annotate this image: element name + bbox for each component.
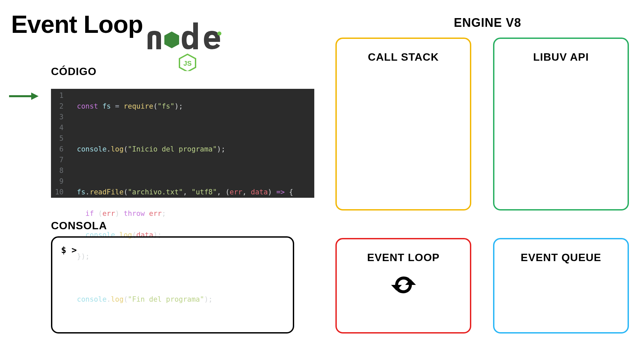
line-number: 8	[53, 165, 65, 176]
engine-v8-label: ENGINE V8	[454, 16, 521, 30]
refresh-icon	[388, 273, 419, 297]
line-number: 7	[53, 155, 65, 165]
console-prompt: $ >	[61, 245, 77, 255]
line-number: 10	[53, 187, 65, 197]
code-gutter: 1 2 3 4 5 6 7 8 9 10	[51, 89, 69, 198]
code-line: const fs = require("fs");	[77, 101, 293, 112]
line-number: 3	[53, 112, 65, 122]
event-queue-panel: EVENT QUEUE	[493, 238, 629, 334]
libuv-api-title: LIBUV API	[494, 51, 628, 63]
page-title: Event Loop	[11, 10, 143, 39]
code-line: console.log("Inicio del programa");	[77, 144, 293, 155]
line-number: 6	[53, 144, 65, 155]
nodejs-logo-icon: JS	[144, 17, 235, 71]
call-stack-panel: CALL STACK	[335, 38, 471, 210]
libuv-api-panel: LIBUV API	[493, 38, 629, 210]
call-stack-title: CALL STACK	[337, 51, 470, 63]
line-number: 4	[53, 122, 65, 133]
svg-text:JS: JS	[183, 60, 192, 67]
code-line: if (err) throw err;	[77, 208, 293, 219]
execution-arrow-icon	[8, 91, 39, 101]
event-loop-panel: EVENT LOOP	[335, 238, 471, 334]
line-number: 1	[53, 90, 65, 101]
svg-marker-5	[31, 93, 39, 100]
event-queue-title: EVENT QUEUE	[494, 251, 628, 264]
event-loop-title: EVENT LOOP	[337, 251, 470, 264]
code-content: const fs = require("fs"); console.log("I…	[69, 89, 293, 198]
code-editor: 1 2 3 4 5 6 7 8 9 10 const fs = require(…	[51, 89, 314, 198]
svg-marker-0	[164, 32, 179, 48]
consola-section-label: CONSOLA	[51, 220, 107, 232]
line-number: 5	[53, 133, 65, 144]
svg-point-1	[217, 32, 221, 36]
console-output: $ >	[51, 236, 294, 334]
codigo-section-label: CÓDIGO	[51, 65, 97, 78]
line-number: 9	[53, 176, 65, 187]
code-line	[77, 165, 293, 176]
code-line: fs.readFile("archivo.txt", "utf8", (err,…	[77, 187, 293, 197]
code-line	[77, 122, 293, 133]
line-number: 2	[53, 101, 65, 112]
